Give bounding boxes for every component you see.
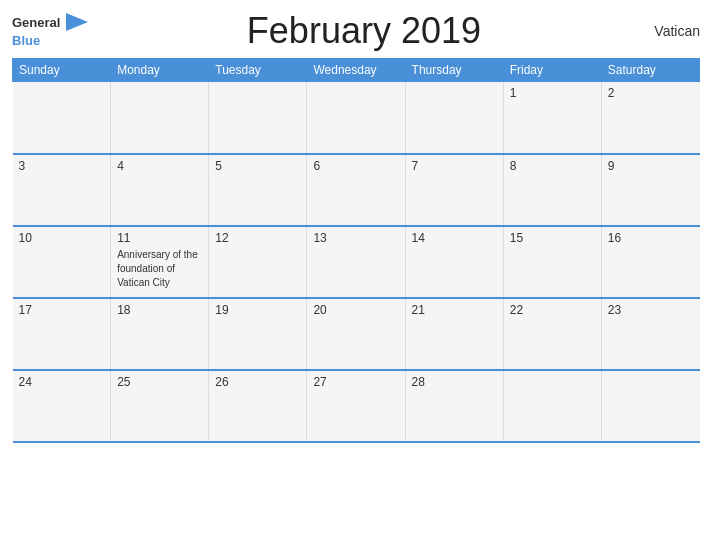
header: General Blue February 2019 Vatican bbox=[12, 10, 700, 52]
day-number: 26 bbox=[215, 375, 300, 389]
calendar-cell: 19 bbox=[209, 298, 307, 370]
event-label: Anniversary of the foundation of Vatican… bbox=[117, 249, 198, 288]
calendar-cell bbox=[405, 82, 503, 154]
calendar-cell: 18 bbox=[111, 298, 209, 370]
day-number: 20 bbox=[313, 303, 398, 317]
calendar-week-row: 2425262728 bbox=[13, 370, 700, 442]
calendar-week-row: 1011Anniversary of the foundation of Vat… bbox=[13, 226, 700, 298]
calendar-cell bbox=[307, 82, 405, 154]
day-number: 17 bbox=[19, 303, 105, 317]
calendar-cell: 11Anniversary of the foundation of Vatic… bbox=[111, 226, 209, 298]
calendar-cell: 12 bbox=[209, 226, 307, 298]
svg-marker-0 bbox=[66, 13, 88, 31]
day-number: 22 bbox=[510, 303, 595, 317]
day-number: 12 bbox=[215, 231, 300, 245]
calendar-cell: 25 bbox=[111, 370, 209, 442]
calendar-cell: 10 bbox=[13, 226, 111, 298]
day-number: 10 bbox=[19, 231, 105, 245]
calendar-cell: 28 bbox=[405, 370, 503, 442]
calendar-cell: 2 bbox=[601, 82, 699, 154]
calendar-cell bbox=[503, 370, 601, 442]
calendar-cell: 14 bbox=[405, 226, 503, 298]
day-number: 4 bbox=[117, 159, 202, 173]
day-number: 3 bbox=[19, 159, 105, 173]
day-number: 11 bbox=[117, 231, 202, 245]
calendar-cell: 1 bbox=[503, 82, 601, 154]
calendar-week-row: 3456789 bbox=[13, 154, 700, 226]
day-number: 2 bbox=[608, 86, 694, 100]
calendar-cell: 24 bbox=[13, 370, 111, 442]
calendar-cell bbox=[209, 82, 307, 154]
day-number: 13 bbox=[313, 231, 398, 245]
calendar-cell: 4 bbox=[111, 154, 209, 226]
day-number: 15 bbox=[510, 231, 595, 245]
day-number: 24 bbox=[19, 375, 105, 389]
calendar-cell: 23 bbox=[601, 298, 699, 370]
day-number: 21 bbox=[412, 303, 497, 317]
col-tuesday: Tuesday bbox=[209, 59, 307, 82]
calendar-cell: 15 bbox=[503, 226, 601, 298]
calendar-cell: 7 bbox=[405, 154, 503, 226]
day-number: 28 bbox=[412, 375, 497, 389]
calendar-cell bbox=[601, 370, 699, 442]
calendar-cell: 20 bbox=[307, 298, 405, 370]
calendar-week-row: 12 bbox=[13, 82, 700, 154]
day-number: 1 bbox=[510, 86, 595, 100]
calendar-cell: 17 bbox=[13, 298, 111, 370]
day-number: 6 bbox=[313, 159, 398, 173]
day-number: 18 bbox=[117, 303, 202, 317]
calendar-cell: 16 bbox=[601, 226, 699, 298]
calendar-cell: 22 bbox=[503, 298, 601, 370]
calendar-cell: 21 bbox=[405, 298, 503, 370]
col-friday: Friday bbox=[503, 59, 601, 82]
calendar-cell: 6 bbox=[307, 154, 405, 226]
calendar-cell bbox=[13, 82, 111, 154]
logo-general-text: General bbox=[12, 13, 88, 32]
weekday-header-row: Sunday Monday Tuesday Wednesday Thursday… bbox=[13, 59, 700, 82]
calendar-cell: 8 bbox=[503, 154, 601, 226]
col-monday: Monday bbox=[111, 59, 209, 82]
day-number: 27 bbox=[313, 375, 398, 389]
calendar-cell: 5 bbox=[209, 154, 307, 226]
calendar-cell: 9 bbox=[601, 154, 699, 226]
day-number: 7 bbox=[412, 159, 497, 173]
calendar-cell: 27 bbox=[307, 370, 405, 442]
col-wednesday: Wednesday bbox=[307, 59, 405, 82]
day-number: 16 bbox=[608, 231, 694, 245]
day-number: 8 bbox=[510, 159, 595, 173]
day-number: 5 bbox=[215, 159, 300, 173]
calendar-page: General Blue February 2019 Vatican Sunda… bbox=[0, 0, 712, 550]
calendar-week-row: 17181920212223 bbox=[13, 298, 700, 370]
logo: General Blue bbox=[12, 13, 88, 50]
day-number: 9 bbox=[608, 159, 694, 173]
calendar-cell: 13 bbox=[307, 226, 405, 298]
logo-flag-icon bbox=[66, 13, 88, 31]
col-saturday: Saturday bbox=[601, 59, 699, 82]
month-title: February 2019 bbox=[88, 10, 640, 52]
col-sunday: Sunday bbox=[13, 59, 111, 82]
calendar-cell: 26 bbox=[209, 370, 307, 442]
day-number: 25 bbox=[117, 375, 202, 389]
day-number: 19 bbox=[215, 303, 300, 317]
day-number: 23 bbox=[608, 303, 694, 317]
calendar-cell: 3 bbox=[13, 154, 111, 226]
day-number: 14 bbox=[412, 231, 497, 245]
calendar-cell bbox=[111, 82, 209, 154]
col-thursday: Thursday bbox=[405, 59, 503, 82]
country-label: Vatican bbox=[640, 23, 700, 39]
calendar-table: Sunday Monday Tuesday Wednesday Thursday… bbox=[12, 58, 700, 443]
